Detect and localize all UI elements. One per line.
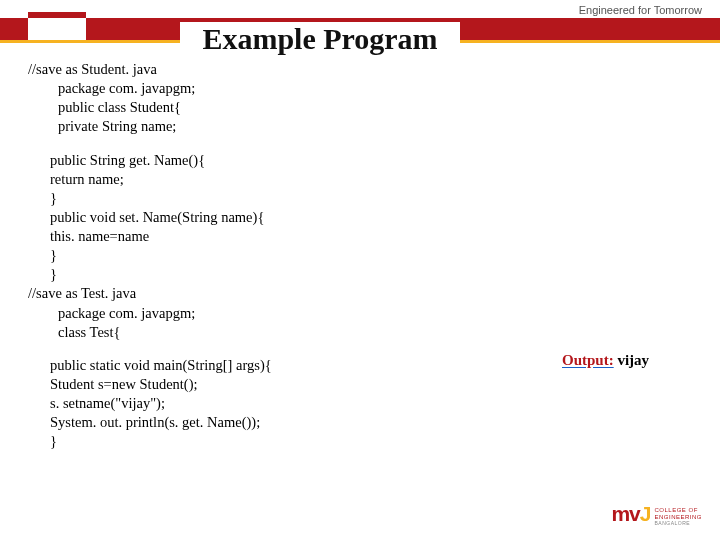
code-line: private String name; bbox=[28, 117, 528, 136]
logo-mark: mvJ bbox=[611, 502, 650, 526]
code-line: package com. javapgm; bbox=[28, 304, 528, 323]
code-line: s. setname("vijay"); bbox=[28, 394, 528, 413]
code-line: //save as Student. java bbox=[28, 60, 528, 79]
output-value: vijay bbox=[614, 352, 649, 368]
code-block: //save as Student. java package com. jav… bbox=[28, 60, 528, 451]
code-line: this. name=name bbox=[28, 227, 528, 246]
code-line: } bbox=[28, 265, 528, 284]
code-line: class Test{ bbox=[28, 323, 528, 342]
output-text: Output: vijay bbox=[562, 352, 649, 369]
code-line: public String get. Name(){ bbox=[28, 151, 528, 170]
code-line: } bbox=[28, 189, 528, 208]
brand-logo: mvJ COLLEGE OF ENGINEERING BANGALORE bbox=[611, 502, 702, 526]
code-line: } bbox=[28, 246, 528, 265]
code-line: } bbox=[28, 432, 528, 451]
code-line: System. out. println(s. get. Name()); bbox=[28, 413, 528, 432]
tagline: Engineered for Tomorrow bbox=[579, 4, 702, 16]
code-line: public class Student{ bbox=[28, 98, 528, 117]
code-line: public void set. Name(String name){ bbox=[28, 208, 528, 227]
slide-title: Example Program bbox=[180, 22, 460, 56]
logo-text: COLLEGE OF ENGINEERING BANGALORE bbox=[654, 507, 702, 526]
header-notch bbox=[28, 18, 86, 40]
code-line: public static void main(String[] args){ bbox=[28, 356, 528, 375]
output-label: Output: bbox=[562, 352, 614, 368]
code-line: package com. javapgm; bbox=[28, 79, 528, 98]
code-line: Student s=new Student(); bbox=[28, 375, 528, 394]
code-line: return name; bbox=[28, 170, 528, 189]
code-line: //save as Test. java bbox=[28, 284, 528, 303]
